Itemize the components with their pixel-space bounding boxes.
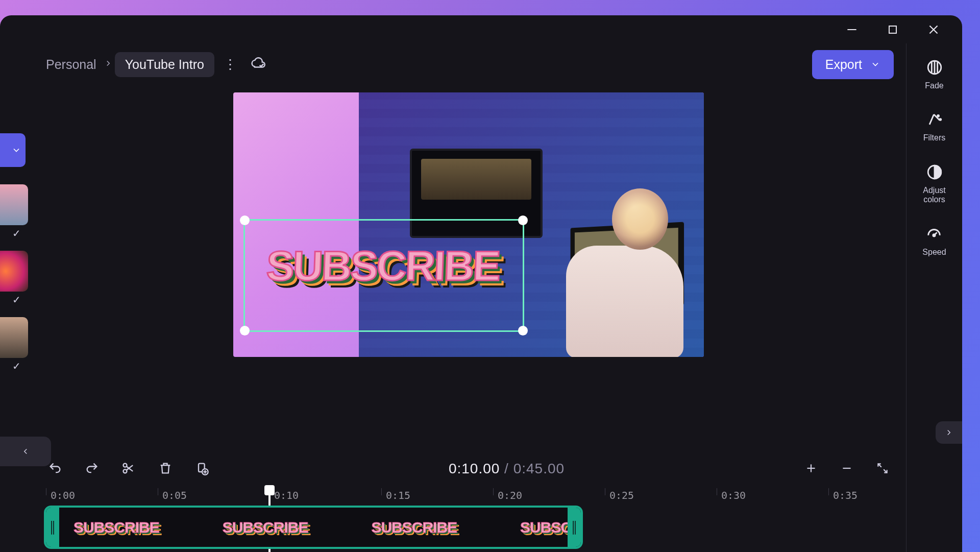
editor-main: Personal YouTube Intro ⋮ Export	[31, 43, 906, 552]
window-close-button[interactable]	[924, 20, 943, 39]
right-tools-panel: Fade Filters Adjust colors Speed	[906, 43, 962, 552]
scene-person	[551, 183, 689, 357]
ruler-tick: 0:05	[158, 488, 187, 495]
zoom-fit-button[interactable]	[868, 454, 897, 483]
speed-tool[interactable]: Speed	[922, 225, 946, 257]
window-maximize-button[interactable]	[884, 20, 902, 39]
timeline-track[interactable]: ║ SUBSCRIBESUBSCRIBESUBSCRIBESUBSCRIBE ║	[41, 506, 896, 552]
zoom-in-button[interactable]	[797, 454, 825, 483]
timeline-toolbar: 0:10.00 / 0:45.00	[31, 450, 906, 486]
speed-label: Speed	[922, 248, 946, 257]
preview-area: SUBSCRIBE	[31, 85, 906, 450]
ruler-tick: 0:00	[46, 488, 75, 495]
resize-handle-tl[interactable]	[240, 215, 250, 225]
left-nav-collapsed: ✓ ✓ ✓	[0, 43, 31, 552]
check-icon: ✓	[0, 227, 31, 239]
filters-label: Filters	[923, 133, 946, 142]
zoom-out-button[interactable]	[832, 454, 861, 483]
clip-trim-left[interactable]: ║	[46, 508, 59, 547]
library-thumb-2[interactable]	[0, 251, 28, 292]
resize-handle-bl[interactable]	[240, 326, 250, 335]
ruler-tick: 0:15	[381, 488, 410, 495]
svg-point-35	[933, 234, 935, 236]
adjust-colors-label: Adjust colors	[923, 186, 945, 205]
clip-thumb-text: SUBSCRIBE	[223, 519, 308, 536]
resize-handle-br[interactable]	[518, 326, 528, 335]
check-icon: ✓	[0, 294, 31, 306]
project-name[interactable]: YouTube Intro	[115, 52, 214, 77]
window-titlebar	[0, 15, 962, 43]
check-icon: ✓	[0, 360, 31, 372]
ruler-tick: 0:20	[493, 488, 522, 495]
export-button[interactable]: Export	[812, 50, 894, 79]
breadcrumb-root[interactable]: Personal	[41, 54, 102, 75]
filters-tool[interactable]: Filters	[923, 111, 946, 142]
current-time: 0:10.00	[449, 461, 500, 476]
resize-handle-tr[interactable]	[518, 215, 528, 225]
clip-thumb-text: SUBSCRIBE	[371, 519, 457, 536]
ruler-tick: 0:25	[605, 488, 634, 495]
more-options-button[interactable]: ⋮	[224, 57, 238, 73]
cloud-sync-icon[interactable]	[250, 56, 265, 73]
library-thumb-3[interactable]	[0, 317, 28, 358]
timeline: 0:10.00 / 0:45.00 0:000:050:100:150:200:…	[31, 450, 906, 552]
chevron-right-icon	[104, 59, 113, 70]
fade-tool[interactable]: Fade	[925, 59, 943, 90]
subscribe-text-asset[interactable]: SUBSCRIBE	[265, 242, 500, 290]
svg-point-15	[124, 469, 127, 473]
timeline-clip[interactable]: ║ SUBSCRIBESUBSCRIBESUBSCRIBESUBSCRIBE ║	[44, 506, 583, 549]
duplicate-button[interactable]	[188, 454, 216, 483]
export-label: Export	[825, 57, 862, 72]
clip-thumb-text: SUBSCRIBE	[520, 519, 568, 536]
timeline-timecode: 0:10.00 / 0:45.00	[225, 460, 789, 477]
library-thumb-1[interactable]	[0, 184, 28, 225]
delete-button[interactable]	[151, 454, 180, 483]
window-minimize-button[interactable]	[843, 20, 861, 39]
svg-rect-1	[889, 26, 896, 33]
clip-trim-right[interactable]: ║	[568, 508, 581, 547]
clip-thumb-text: SUBSCRIBE	[74, 519, 159, 536]
preview-canvas[interactable]: SUBSCRIBE	[233, 92, 704, 357]
undo-button[interactable]	[41, 454, 69, 483]
svg-point-32	[939, 119, 941, 121]
left-nav-active-tab[interactable]	[0, 133, 26, 167]
total-time: 0:45.00	[513, 461, 565, 476]
svg-point-31	[937, 115, 939, 117]
adjust-colors-tool[interactable]: Adjust colors	[923, 163, 945, 205]
editor-header: Personal YouTube Intro ⋮ Export	[31, 43, 906, 85]
app-window: ✓ ✓ ✓ Personal YouTube Intro ⋮	[0, 15, 962, 552]
ruler-tick: 0:30	[717, 488, 746, 495]
collapse-right-panel-button[interactable]	[936, 421, 962, 444]
timeline-ruler[interactable]: 0:000:050:100:150:200:250:300:35	[31, 488, 906, 506]
selection-box[interactable]: SUBSCRIBE	[243, 219, 524, 332]
svg-point-14	[124, 464, 127, 467]
redo-button[interactable]	[78, 454, 106, 483]
split-button[interactable]	[114, 454, 143, 483]
time-separator: /	[500, 461, 513, 476]
ruler-tick: 0:35	[828, 488, 857, 495]
fade-label: Fade	[925, 81, 943, 90]
